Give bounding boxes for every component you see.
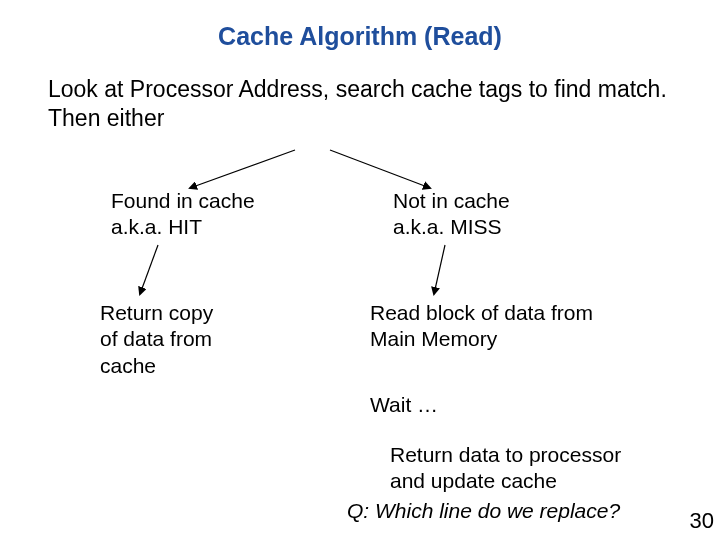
miss-line1: Not in cache (393, 188, 510, 214)
miss-s1a: Read block of data from (370, 300, 593, 326)
svg-line-2 (140, 245, 158, 294)
svg-line-3 (434, 245, 445, 294)
hit-res-3: cache (100, 353, 213, 379)
slide-title: Cache Algorithm (Read) (0, 0, 720, 51)
miss-step3: Return data to processor and update cach… (390, 442, 621, 495)
svg-line-0 (190, 150, 295, 188)
miss-s1b: Main Memory (370, 326, 593, 352)
hit-line2: a.k.a. HIT (111, 214, 255, 240)
svg-line-1 (330, 150, 430, 188)
hit-res-1: Return copy (100, 300, 213, 326)
miss-step1: Read block of data from Main Memory (370, 300, 593, 353)
hit-res-2: of data from (100, 326, 213, 352)
hit-result: Return copy of data from cache (100, 300, 213, 379)
replacement-question: Q: Which line do we replace? (347, 498, 620, 524)
miss-s3a: Return data to processor (390, 442, 621, 468)
hit-line1: Found in cache (111, 188, 255, 214)
miss-label: Not in cache a.k.a. MISS (393, 188, 510, 241)
page-number: 30 (690, 508, 714, 534)
hit-label: Found in cache a.k.a. HIT (111, 188, 255, 241)
miss-s3b: and update cache (390, 468, 621, 494)
miss-line2: a.k.a. MISS (393, 214, 510, 240)
intro-text: Look at Processor Address, search cache … (0, 51, 720, 133)
miss-step2: Wait … (370, 392, 438, 418)
